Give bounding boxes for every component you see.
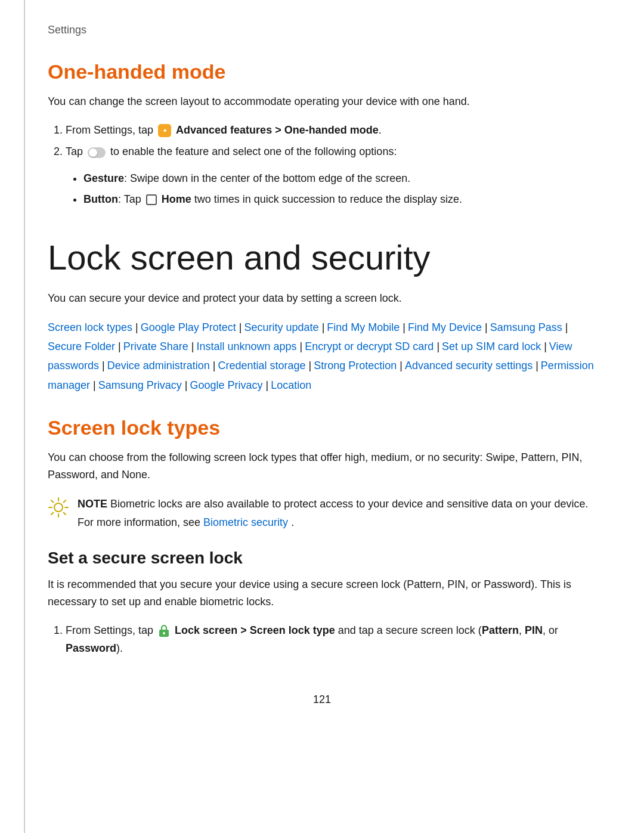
secure-step1-before: From Settings, tap	[66, 624, 156, 636]
home-button-icon	[146, 194, 157, 205]
link-security-update[interactable]: Security update	[244, 323, 319, 333]
bullet-button: Button: Tap Home two times in quick succ…	[83, 190, 596, 209]
link-sim-card-lock[interactable]: Set up SIM card lock	[442, 342, 541, 352]
link-samsung-privacy[interactable]: Samsung Privacy	[98, 380, 182, 391]
link-private-share[interactable]: Private Share	[123, 342, 188, 352]
toggle-icon	[88, 147, 106, 158]
link-strong-protection[interactable]: Strong Protection	[314, 361, 397, 371]
breadcrumb: Settings	[48, 24, 596, 36]
secure-step1-bold: Lock screen > Screen lock type	[175, 624, 335, 636]
link-screen-lock-types[interactable]: Screen lock types	[48, 323, 132, 333]
svg-line-6	[64, 512, 66, 515]
lock-screen-description: You can secure your device and protect y…	[48, 290, 596, 307]
link-encrypt-sd-card[interactable]: Encrypt or decrypt SD card	[305, 342, 434, 352]
set-secure-lock-steps: From Settings, tap Lock screen > Screen …	[66, 621, 596, 658]
lock-screen-icon	[158, 624, 170, 637]
breadcrumb-text: Settings	[48, 24, 86, 36]
page-border-left	[24, 0, 25, 833]
step2-text-after: to enable the feature and select one of …	[110, 145, 397, 157]
gesture-label: Gesture	[83, 172, 124, 184]
button-text-after: two times in quick succession to reduce …	[191, 193, 462, 205]
note-text: NOTE Biometric locks are also available …	[78, 496, 596, 532]
svg-point-10	[163, 632, 165, 634]
screen-lock-types-description: You can choose from the following screen…	[48, 449, 596, 484]
link-install-unknown-apps[interactable]: Install unknown apps	[197, 342, 297, 352]
step-1: From Settings, tap Advanced features > O…	[66, 121, 596, 140]
note-period: .	[291, 516, 294, 528]
step1-bold: Advanced features > One-handed mode	[176, 124, 379, 136]
note-body: Biometric locks are also available to pr…	[78, 498, 588, 528]
link-find-my-mobile[interactable]: Find My Mobile	[327, 323, 400, 333]
links-section: Screen lock types | Google Play Protect …	[48, 318, 596, 395]
link-secure-folder[interactable]: Secure Folder	[48, 342, 115, 352]
step-2: Tap to enable the feature and select one…	[66, 143, 596, 161]
button-text-before: : Tap	[118, 193, 144, 205]
button-label: Button	[83, 193, 118, 205]
link-samsung-pass[interactable]: Samsung Pass	[490, 323, 562, 333]
link-find-my-device[interactable]: Find My Device	[408, 323, 482, 333]
link-google-privacy[interactable]: Google Privacy	[190, 380, 262, 391]
step1-text-before: From Settings, tap	[66, 124, 156, 136]
link-location[interactable]: Location	[271, 380, 311, 391]
link-credential-storage[interactable]: Credential storage	[218, 361, 306, 371]
one-handed-steps-list: From Settings, tap Advanced features > O…	[66, 121, 596, 161]
step2-text-before: Tap	[66, 145, 86, 157]
note-icon	[48, 497, 69, 518]
lock-screen-security-title: Lock screen and security	[48, 238, 596, 278]
home-bold: Home	[162, 193, 191, 205]
advanced-features-icon	[158, 124, 171, 137]
screen-lock-types-title: Screen lock types	[48, 416, 596, 439]
svg-line-8	[51, 512, 54, 515]
set-secure-lock-title: Set a secure screen lock	[48, 549, 596, 568]
page-number: 121	[48, 693, 596, 706]
svg-line-7	[64, 500, 66, 503]
one-handed-bullets-list: Gesture: Swipe down in the center of the…	[83, 169, 596, 208]
gesture-text: : Swipe down in the center of the bottom…	[124, 172, 410, 184]
link-advanced-security[interactable]: Advanced security settings	[405, 361, 532, 371]
note-label: NOTE	[78, 498, 107, 510]
link-device-administration[interactable]: Device administration	[107, 361, 210, 371]
link-google-play-protect[interactable]: Google Play Protect	[141, 323, 236, 333]
step1-period: .	[379, 124, 382, 136]
set-secure-lock-description: It is recommended that you secure your d…	[48, 576, 596, 611]
biometric-security-link[interactable]: Biometric security	[203, 516, 288, 528]
note-box: NOTE Biometric locks are also available …	[48, 496, 596, 532]
bullet-gesture: Gesture: Swipe down in the center of the…	[83, 169, 596, 188]
svg-point-0	[54, 503, 63, 512]
one-handed-mode-title: One-handed mode	[48, 60, 596, 83]
page-container: Settings One-handed mode You can change …	[0, 0, 644, 833]
secure-lock-step-1: From Settings, tap Lock screen > Screen …	[66, 621, 596, 658]
svg-line-5	[51, 500, 54, 503]
one-handed-mode-description: You can change the screen layout to acco…	[48, 93, 596, 110]
